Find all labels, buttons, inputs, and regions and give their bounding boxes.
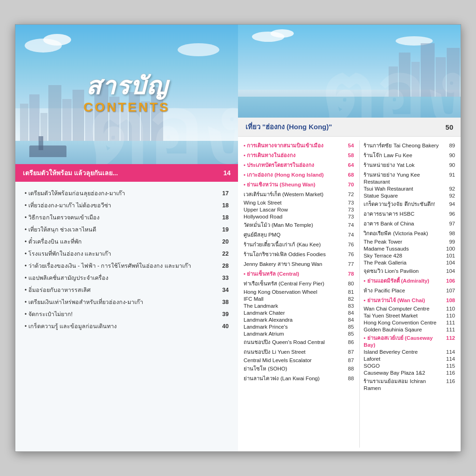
right-left-item-text: Jenny Bakery สาขา Sheung Wan — [244, 260, 343, 268]
right-right-item-text: ร้านการ์ตซัย Tai Cheong Bakery — [364, 141, 444, 150]
right-right-item-text: • ย่านแอดมิรัลตี้ (Admiralty) — [364, 277, 444, 285]
right-right-item-text: The Peak Tower — [364, 239, 444, 245]
right-right-item-page: 99 — [444, 239, 455, 245]
right-left-item: • การเดินทางจากสนามบินเข้าเมือง54 — [244, 140, 354, 150]
pink-banner-page: 14 — [223, 169, 231, 177]
right-right-item-page: 89 — [444, 143, 455, 148]
right-right-item: ร้านราเมนย้อมสอม Ichiran Ramen116 — [364, 376, 455, 391]
right-left-item-text: Central Mid Levels Escalator — [244, 357, 343, 363]
right-left-item-page: 88 — [343, 366, 354, 371]
right-column-right: ร้านการ์ตซัย Tai Cheong Bakery89ร้านโจ๊ก… — [362, 140, 455, 448]
left-item-text: • โรงแรมที่พักในฮ่องกง และมาเก๊า — [25, 249, 111, 258]
left-list-item: • เที่ยวให้สนุก ช่วงเวลาไหนดี19 — [25, 224, 229, 236]
right-right-item-text: SOGO — [364, 363, 444, 369]
right-right-item-page: 90 — [444, 152, 455, 158]
left-item-text: • ตั๋วเครื่องบิน และที่พัก — [25, 237, 82, 246]
right-left-item: • ย่านเซ็นทรัล (Central)78 — [244, 269, 354, 278]
right-right-item: จุดชมวิว Lion's Pavilion104 — [364, 266, 455, 276]
right-left-item-page: 70 — [343, 182, 354, 187]
right-left-item: • เกาะฮ่องกง (Hong Kong Island)68 — [244, 170, 354, 179]
right-left-item-page: 86 — [343, 339, 354, 345]
left-item-text: • อิ่มอร่อยกับอาหารรสเลิศ — [25, 285, 91, 295]
right-right-item: Madame Tussauds100 — [364, 245, 455, 252]
right-right-item: Hong Kong Convention Centre111 — [364, 319, 455, 326]
right-right-item: ร้านหน่ายย่าง Yung Kee Restaurant91 — [364, 170, 455, 185]
right-left-item-page: 64 — [343, 162, 354, 168]
right-right-item-page: 114 — [444, 356, 455, 362]
right-left-item-text: ท่าเรือเซ็นทรัส (Central Ferry Pier) — [244, 279, 343, 288]
left-list-item: • เตรียมตัวให้พร้อมก่อนลุยฮ่องกง-มาเก๊า1… — [25, 187, 229, 199]
left-item-page: 28 — [217, 263, 229, 269]
right-right-item-text: Wan Chai Computer Centre — [364, 306, 444, 311]
right-left-item-page: 76 — [343, 242, 354, 247]
right-left-item: Landmark Chater84 — [244, 309, 354, 316]
right-right-item-page: 90 — [444, 162, 455, 168]
right-left-item: ถนนชอปปิง Li Yuen Street87 — [244, 347, 354, 357]
right-left-item-page: 76 — [343, 251, 354, 257]
right-left-item-page: 77 — [343, 261, 354, 267]
left-list-item: • ตั๋วเครื่องบิน และที่พัก20 — [25, 236, 229, 248]
right-right-item-text: ร้านราเมนย้อมสอม Ichiran Ramen — [364, 377, 444, 391]
right-left-item-text: ศูนย์ผีสลุบ PMQ — [244, 231, 343, 239]
right-left-item-text: • ประเภทบัตรโดยสารในฮ่องกง — [244, 161, 343, 169]
right-right-item: Statue Square92 — [364, 192, 455, 199]
left-item-text: • วิธีกรอกในตรวจคนเข้าเมือง — [25, 213, 99, 222]
right-right-item-page: 101 — [444, 253, 455, 258]
right-left-item: วัดหมั่นโม้ว (Man Mo Temple)74 — [244, 220, 354, 230]
right-left-item: Hong Kong Observation Wheel81 — [244, 288, 354, 295]
right-left-item-text: ถนนชอปปิง Li Yuen Street — [244, 348, 343, 356]
right-left-item-text: • ย่านเซ็นทรัล (Central) — [244, 270, 343, 278]
left-content: • เตรียมตัวให้พร้อมก่อนลุยฮ่องกง-มาเก๊า1… — [15, 182, 238, 451]
right-left-item-page: 84 — [343, 317, 354, 323]
right-right-item-text: ร้านหน่ายย่าง Yat Lok — [364, 161, 444, 169]
right-left-item: ท่าเรือเซ็นทรัส (Central Ferry Pier)80 — [244, 278, 354, 288]
right-right-item-page: 92 — [444, 193, 455, 198]
right-right-item: Tsui Wah Restaurant92 — [364, 185, 455, 192]
right-right-item: Golden Bauhinia Sqaure111 — [364, 326, 455, 333]
right-right-item: Island Beverley Centre114 — [364, 348, 455, 355]
left-item-text: • เที่ยวฮ่องกง-มาเก๊า ไม่ต้องขอวีซ่า — [25, 201, 112, 210]
right-right-item-page: 108 — [444, 298, 455, 303]
title-overlay: สารบัญ CONTENTS — [84, 74, 170, 115]
right-left-item-page: 74 — [343, 222, 354, 228]
right-right-item-page: 110 — [444, 306, 455, 311]
right-left-item: • ประเภทบัตรโดยสารในฮ่องกง64 — [244, 160, 354, 170]
right-left-item: • ย่านเชิงหว่าน (Sheung Wan)70 — [244, 179, 354, 189]
right-right-item: SOGO115 — [364, 362, 455, 369]
left-item-page: 18 — [217, 214, 229, 221]
right-left-item: เวสเติร์นมาร์เก็ต (Western Market)72 — [244, 189, 354, 199]
right-right-item-text: Golden Bauhinia Sqaure — [364, 327, 444, 332]
right-left-item-text: ร้านโอกริซวาฟเฟิล Oddies Foodies — [244, 250, 343, 258]
left-item-page: 38 — [217, 299, 229, 305]
left-top-image: สารบัญ CONTENTS ตอง — [15, 25, 238, 164]
right-left-item-page: 73 — [343, 207, 354, 212]
right-right-item: ห้าง Pacific Place107 — [364, 285, 455, 295]
right-left-item-text: Landmark Prince's — [244, 324, 343, 330]
left-item-text: • เตรียมตัวให้พร้อมก่อนลุยฮ่องกง-มาเก๊า — [25, 189, 125, 198]
right-right-item-page: 116 — [444, 378, 455, 384]
right-left-item-text: Wing Lok Street — [244, 200, 343, 205]
right-left-item: ถนนชอปปิง Queen's Road Central86 — [244, 337, 354, 347]
right-right-item-page: 114 — [444, 349, 455, 355]
right-right-item-text: Madame Tussauds — [364, 246, 444, 251]
right-right-item-page: 106 — [444, 278, 455, 284]
left-list-item: • เกร็ดความรู้ และข้อมูลก่อนเดินทาง40 — [25, 320, 229, 332]
right-left-item-text: The Landmark — [244, 303, 343, 309]
right-right-item-page: 111 — [444, 320, 455, 325]
right-left-item-page: 78 — [343, 271, 354, 277]
right-left-item: Landmark Alexandra84 — [244, 316, 354, 323]
right-right-item-text: Island Beverley Centre — [364, 349, 444, 355]
left-item-text: • เที่ยวให้สนุก ช่วงเวลาไหนดี — [25, 225, 96, 234]
left-item-page: 17 — [217, 190, 229, 197]
left-list-item: • เที่ยวฮ่องกง-มาเก๊า ไม่ต้องขอวีซ่า18 — [25, 199, 229, 212]
right-left-item-text: Landmark Atrium — [244, 331, 343, 337]
left-item-text: • ว่าด้วยเรื่องของเงิน - ไฟฟ้า - การใช้โ… — [25, 261, 191, 271]
right-right-item-text: Causeway Bay Plaza 1&2 — [364, 370, 444, 376]
right-left-item-text: Landmark Chater — [244, 310, 343, 316]
right-left-item-page: 58 — [343, 152, 354, 158]
title-thai: สารบัญ — [84, 74, 170, 98]
right-right-item: The Peak Tower99 — [364, 238, 455, 245]
right-right-item-text: อาคาร Bank of China — [364, 219, 444, 228]
right-left-item-page: 85 — [343, 324, 354, 330]
right-left-item-page: 80 — [343, 281, 354, 286]
